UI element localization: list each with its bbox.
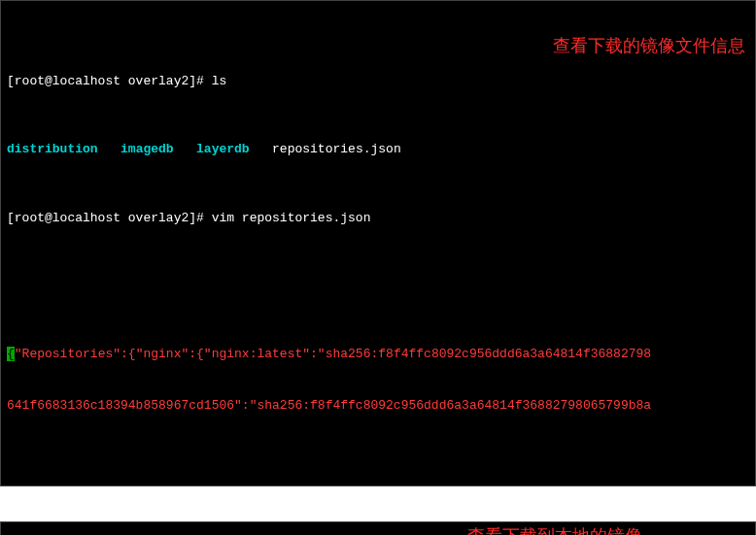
annotation-top: 查看下载的镜像文件信息 — [553, 34, 745, 57]
annotation-images: 查看下载到本地的镜像 — [467, 524, 642, 535]
term1-line-ls: [root@localhost overlay2]# ls — [7, 73, 749, 90]
dir-layerdb: layerdb — [196, 142, 250, 156]
terminal-block-1: 查看下载的镜像文件信息 [root@localhost overlay2]# l… — [0, 0, 756, 486]
prompt: [root@localhost overlay2]# — [7, 211, 212, 225]
term1-blank2 — [7, 448, 749, 465]
term1-blank — [7, 278, 749, 295]
term1-json-line2: 641f6683136c18394b858967cd1506":"sha256:… — [7, 397, 749, 415]
term1-json-line1: {"Repositories":{"nginx":{"nginx:latest"… — [7, 346, 749, 363]
prompt: [root@localhost overlay2]# — [7, 74, 212, 88]
gap — [0, 486, 756, 521]
dir-imagedb: imagedb — [120, 142, 174, 156]
terminal-block-2: 查看下载到本地的镜像 根据镜像唯一的id号，获取镜像详细信息 [root@loc… — [0, 521, 756, 535]
json-brace: { — [7, 347, 15, 361]
file-repositories: repositories.json — [272, 142, 401, 156]
cmd-ls: ls — [212, 74, 227, 88]
term1-line-vim: [root@localhost overlay2]# vim repositor… — [7, 210, 749, 227]
cmd-vim: vim repositories.json — [212, 211, 371, 225]
json-seg1: "Repositories":{"nginx":{"nginx:latest":… — [15, 347, 651, 361]
term1-line-ls-output: distribution imagedb layerdb repositorie… — [7, 141, 749, 158]
dir-distribution: distribution — [7, 142, 98, 156]
